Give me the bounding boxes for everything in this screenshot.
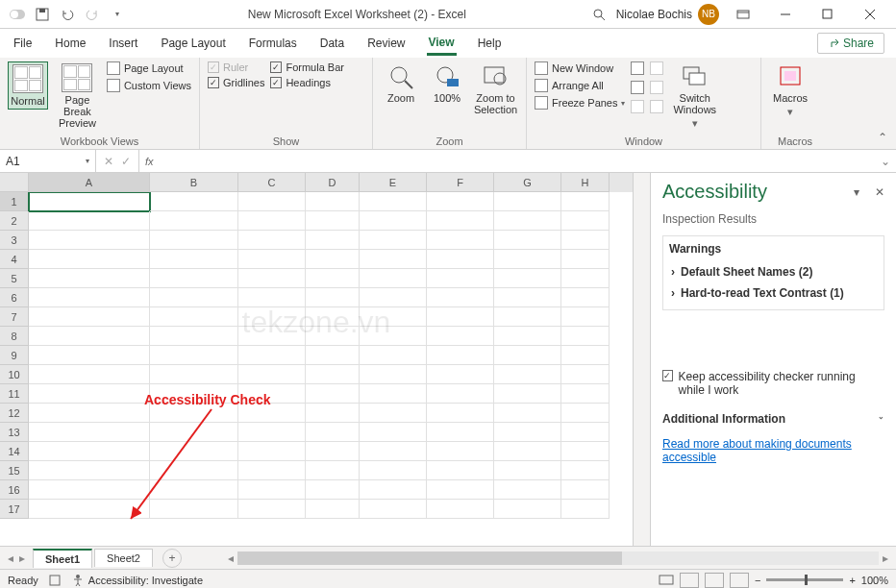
cell[interactable]: [150, 269, 238, 288]
headings-checkbox[interactable]: ✓Headings: [270, 77, 344, 88]
cell[interactable]: [306, 442, 360, 461]
row-header[interactable]: 6: [0, 288, 29, 307]
cell[interactable]: [360, 365, 427, 384]
cell[interactable]: [561, 288, 610, 307]
cell[interactable]: [494, 231, 561, 250]
unhide-button[interactable]: [631, 100, 644, 113]
cell[interactable]: [150, 307, 238, 327]
cell[interactable]: [561, 307, 610, 327]
cell[interactable]: [29, 269, 150, 288]
cell[interactable]: [238, 461, 306, 480]
search-icon[interactable]: [587, 3, 610, 26]
column-header[interactable]: B: [150, 173, 238, 192]
cell[interactable]: [561, 442, 610, 461]
cell[interactable]: [306, 500, 360, 519]
view-side-by-side-button[interactable]: [650, 61, 663, 75]
cell[interactable]: [306, 211, 360, 231]
page-layout-button[interactable]: Page Layout: [107, 61, 191, 75]
cell[interactable]: [306, 307, 360, 327]
tab-nav-prev-icon[interactable]: ◂: [6, 551, 15, 565]
cell[interactable]: [150, 404, 238, 423]
cell[interactable]: [150, 365, 238, 384]
vertical-scrollbar[interactable]: [633, 173, 650, 546]
reset-window-button[interactable]: [650, 100, 663, 113]
page-break-preview-button[interactable]: Page Break Preview: [54, 61, 101, 131]
cell[interactable]: [494, 404, 561, 423]
formula-bar-checkbox[interactable]: ✓Formula Bar: [270, 61, 344, 73]
cell[interactable]: [29, 346, 150, 365]
cell[interactable]: [427, 461, 494, 480]
cell[interactable]: [561, 423, 610, 442]
cell[interactable]: [29, 423, 150, 442]
row-header[interactable]: 8: [0, 327, 29, 346]
cell[interactable]: [238, 269, 306, 288]
cell[interactable]: [494, 346, 561, 365]
cell[interactable]: [238, 346, 306, 365]
cell[interactable]: [360, 307, 427, 327]
cell[interactable]: [561, 250, 610, 269]
column-header[interactable]: A: [29, 173, 150, 192]
cell[interactable]: [494, 288, 561, 307]
read-more-link[interactable]: Read more about making documents accessi…: [651, 431, 896, 470]
row-header[interactable]: 3: [0, 231, 29, 250]
cell[interactable]: [360, 480, 427, 500]
cell[interactable]: [238, 231, 306, 250]
cell[interactable]: [238, 250, 306, 269]
cell[interactable]: [360, 346, 427, 365]
autosave-toggle[interactable]: [6, 3, 29, 26]
cell[interactable]: [494, 327, 561, 346]
zoom-in-button[interactable]: +: [849, 575, 855, 586]
cell[interactable]: [360, 269, 427, 288]
cell[interactable]: [306, 461, 360, 480]
macro-record-icon[interactable]: [48, 574, 62, 587]
collapse-ribbon-icon[interactable]: ⌃: [875, 130, 890, 145]
column-header[interactable]: C: [238, 173, 306, 192]
cell[interactable]: [561, 269, 610, 288]
cell[interactable]: [360, 327, 427, 346]
display-settings-icon[interactable]: [659, 575, 674, 586]
cell[interactable]: [494, 423, 561, 442]
tab-file[interactable]: File: [12, 33, 34, 54]
cell[interactable]: [150, 480, 238, 500]
cell[interactable]: [150, 211, 238, 231]
row-header[interactable]: 1: [0, 192, 29, 211]
cell[interactable]: [494, 211, 561, 231]
row-header[interactable]: 9: [0, 346, 29, 365]
hide-button[interactable]: [631, 81, 644, 94]
cell[interactable]: [29, 365, 150, 384]
warning-item[interactable]: ›Default Sheet Names (2): [669, 261, 878, 282]
cell[interactable]: [494, 461, 561, 480]
cell[interactable]: [427, 307, 494, 327]
qat-customize-icon[interactable]: ▾: [106, 3, 129, 26]
row-header[interactable]: 13: [0, 423, 29, 442]
cell[interactable]: [150, 442, 238, 461]
cell[interactable]: [427, 327, 494, 346]
cell[interactable]: [561, 327, 610, 346]
cell[interactable]: [150, 500, 238, 519]
row-header[interactable]: 16: [0, 480, 29, 500]
cell[interactable]: [238, 404, 306, 423]
new-window-button[interactable]: New Window: [535, 61, 625, 75]
gridlines-checkbox[interactable]: ✓Gridlines: [208, 77, 264, 88]
cell[interactable]: [29, 500, 150, 519]
cell[interactable]: [238, 480, 306, 500]
maximize-icon[interactable]: [809, 1, 846, 28]
tab-data[interactable]: Data: [318, 33, 346, 54]
cell[interactable]: [306, 269, 360, 288]
macros-button[interactable]: Macros▾: [769, 61, 811, 119]
cell[interactable]: [427, 250, 494, 269]
cell[interactable]: [360, 500, 427, 519]
keep-running-checkbox[interactable]: ✓Keep accessibility checker running whil…: [651, 360, 896, 406]
cell[interactable]: [238, 288, 306, 307]
cell[interactable]: [29, 461, 150, 480]
cell[interactable]: [238, 500, 306, 519]
tab-page-layout[interactable]: Page Layout: [159, 33, 227, 54]
cell[interactable]: [360, 192, 427, 211]
undo-icon[interactable]: [56, 3, 79, 26]
column-header[interactable]: F: [427, 173, 494, 192]
cell[interactable]: [306, 365, 360, 384]
row-header[interactable]: 17: [0, 500, 29, 519]
cell[interactable]: [427, 288, 494, 307]
name-box[interactable]: A1▾: [0, 150, 96, 172]
cell[interactable]: [561, 231, 610, 250]
